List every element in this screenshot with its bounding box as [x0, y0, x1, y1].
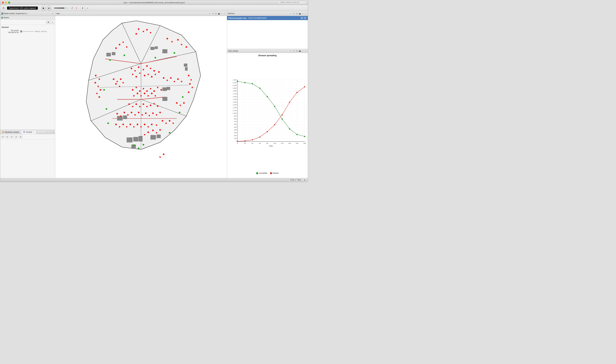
- svg-point-110: [139, 106, 141, 107]
- monitor-value: 0.9217512808570097: [248, 17, 267, 19]
- svg-text:40: 40: [251, 142, 253, 144]
- extra-button[interactable]: ↩: [85, 6, 89, 10]
- link-icon[interactable]: —: [220, 12, 223, 15]
- monitor-value-bar: Infected people rate: 0.9217512808570097…: [227, 16, 308, 20]
- minimize-panel-icon[interactable]: —: [46, 131, 49, 133]
- console-btn-2[interactable]: A: [5, 135, 9, 139]
- chart-min-icon[interactable]: —: [301, 50, 304, 52]
- svg-point-119: [127, 114, 128, 116]
- svg-point-99: [161, 89, 162, 91]
- svg-point-93: [139, 90, 141, 92]
- chart-legend: susceptible infected: [228, 172, 307, 174]
- mon-min-icon[interactable]: —: [301, 12, 304, 15]
- svg-point-63: [188, 91, 190, 93]
- svg-point-162: [182, 96, 184, 98]
- minimize-button[interactable]: [5, 1, 7, 4]
- mon-camera-icon[interactable]: 📷: [298, 12, 301, 15]
- svg-point-161: [107, 122, 109, 124]
- svg-rect-33: [151, 135, 156, 139]
- disease-chart-svg: 2,200 2,100 2,000 1,900 1,800 1,700 1,60…: [228, 57, 307, 171]
- chart-tab-close[interactable]: ✕: [290, 50, 291, 52]
- svg-point-112: [146, 106, 148, 107]
- console-toolbar: A A ⏸ ↺ ⊗: [0, 134, 55, 139]
- svg-point-126: [152, 112, 154, 114]
- tab-interactive-console[interactable]: Interactive console: [0, 130, 21, 134]
- add-button[interactable]: +: [51, 20, 54, 24]
- param-slider[interactable]: [20, 31, 34, 32]
- monitors-tab-close[interactable]: ✕: [290, 13, 291, 14]
- edit-icon-button[interactable]: [1, 6, 6, 10]
- svg-point-107: [128, 103, 130, 105]
- grid-icon[interactable]: ⊞: [215, 12, 217, 15]
- svg-point-74: [144, 75, 145, 77]
- svg-text:1,200: 1,200: [233, 106, 237, 108]
- svg-point-167: [133, 144, 135, 146]
- svg-text:1,300: 1,300: [233, 104, 237, 106]
- slider-thumb[interactable]: [20, 30, 22, 32]
- svg-point-146: [169, 120, 170, 122]
- svg-text:1,900: 1,900: [233, 87, 237, 89]
- tab-console[interactable]: Console ✕: [21, 130, 36, 134]
- svg-text:2,200: 2,200: [233, 79, 237, 81]
- monitor-close-btn[interactable]: ✕: [304, 17, 307, 19]
- map-container[interactable]: [55, 16, 227, 178]
- models-tab[interactable]: Models: [4, 17, 9, 19]
- console-refresh-btn[interactable]: ↺: [14, 135, 18, 139]
- console-stop-btn[interactable]: ⊗: [19, 135, 23, 139]
- filter-icon[interactable]: ▼: [212, 12, 214, 15]
- maximize-panel-icon[interactable]: □: [49, 131, 51, 133]
- close-panel-icon[interactable]: ✕: [52, 131, 54, 133]
- svg-point-62: [192, 87, 193, 88]
- tab-close-icon[interactable]: ✕: [33, 131, 34, 133]
- svg-point-49: [177, 39, 179, 41]
- svg-text:1,800: 1,800: [233, 90, 237, 92]
- mon-grid-icon[interactable]: ⊞: [296, 12, 298, 15]
- svg-text:700: 700: [234, 120, 237, 122]
- svg-rect-30: [133, 137, 138, 141]
- svg-point-85: [163, 77, 165, 79]
- back-button[interactable]: ◀: [46, 20, 50, 24]
- reload-button[interactable]: ↺: [70, 6, 74, 10]
- chart-grid-icon[interactable]: ⊞: [296, 50, 298, 52]
- maximize-button[interactable]: [8, 1, 10, 4]
- camera-icon[interactable]: 📷: [218, 12, 220, 15]
- svg-point-166: [138, 147, 140, 149]
- console-pause-btn[interactable]: ⏸: [10, 135, 13, 139]
- settings-button[interactable]: ⚙: [80, 6, 85, 10]
- console-btn-1[interactable]: A: [1, 135, 5, 139]
- svg-point-116: [116, 113, 118, 115]
- step-button[interactable]: ▶|: [47, 6, 51, 11]
- svg-point-80: [116, 81, 118, 82]
- chart-header-icons: ▼ ⊞ 📷 — □: [293, 50, 307, 52]
- svg-point-79: [113, 78, 115, 80]
- svg-rect-237: [244, 82, 245, 83]
- gaml-search[interactable]: GAML reference (Ctrl+H): [279, 1, 306, 4]
- svg-rect-5: [1, 14, 2, 15]
- svg-point-97: [153, 90, 155, 92]
- chart-camera-icon[interactable]: 📷: [298, 50, 301, 52]
- trash-icon-button[interactable]: 🗑: [303, 179, 307, 182]
- svg-point-45: [115, 47, 117, 49]
- monitor-pause-btn[interactable]: ⏸: [300, 17, 303, 19]
- svg-point-71: [132, 74, 133, 75]
- stop-button[interactable]: ✕: [75, 6, 78, 10]
- svg-rect-27: [117, 116, 123, 120]
- chart-content: Disease spreading: [227, 53, 308, 178]
- chart-expand-icon[interactable]: □: [304, 50, 307, 52]
- svg-point-105: [151, 93, 153, 94]
- svg-text:120: 120: [281, 142, 283, 144]
- svg-point-46: [126, 46, 127, 48]
- svg-point-82: [122, 82, 124, 83]
- mon-filter-icon[interactable]: ▼: [293, 12, 295, 15]
- svg-text:60: 60: [259, 142, 261, 144]
- panel-close-icon[interactable]: ✕: [51, 12, 54, 15]
- expand-icon[interactable]: □: [223, 12, 226, 15]
- chart-filter-icon[interactable]: ▼: [293, 50, 295, 52]
- close-button[interactable]: [2, 1, 4, 4]
- map-tab-close[interactable]: ✕: [209, 13, 210, 14]
- play-button[interactable]: ▶: [41, 6, 46, 11]
- mon-expand-icon[interactable]: □: [304, 12, 307, 15]
- svg-point-252: [282, 114, 282, 115]
- main-window: main - /Users/ben/Dev/wsGAMAREI1.8/Luner…: [0, 0, 308, 182]
- svg-point-89: [177, 78, 179, 80]
